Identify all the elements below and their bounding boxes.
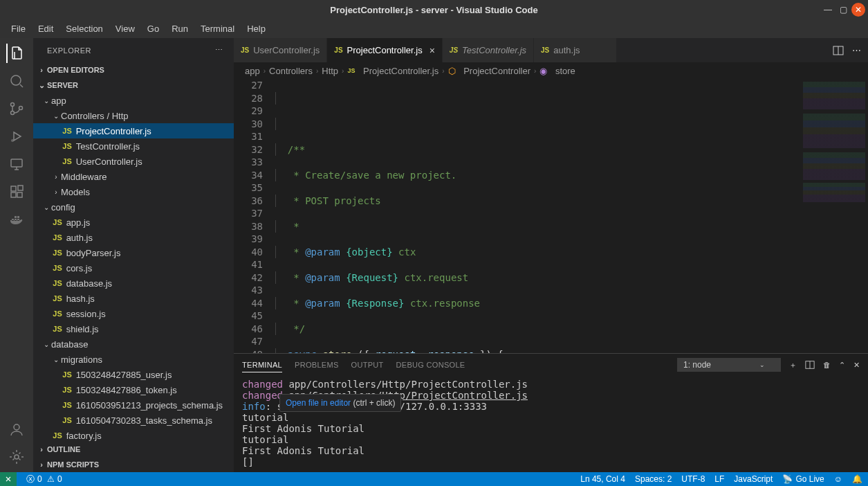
svg-rect-7	[11, 192, 16, 197]
svg-rect-8	[17, 192, 22, 197]
tab-authjs[interactable]: JSauth.js	[534, 38, 617, 62]
panel: TERMINAL PROBLEMS OUTPUT DEBUG CONSOLE 1…	[234, 353, 868, 472]
window-close-button[interactable]: ✕	[851, 3, 865, 17]
status-errors[interactable]: ⓧ 0 ⚠ 0	[26, 474, 62, 485]
file-testcontroller[interactable]: JS TestController.js	[33, 138, 234, 154]
breadcrumbs[interactable]: app› Controllers› Http› JS ProjectContro…	[234, 62, 868, 79]
sidebar-more-icon[interactable]: ⋯	[215, 46, 223, 55]
tab-close-icon[interactable]: ×	[430, 45, 435, 56]
minimap[interactable]	[799, 79, 868, 353]
close-panel-icon[interactable]: ✕	[853, 361, 860, 370]
status-feedback-icon[interactable]: ☺	[834, 474, 842, 484]
remote-explorer-icon[interactable]	[7, 154, 26, 174]
status-language[interactable]: JavaScript	[734, 474, 773, 484]
breadcrumb-controllers[interactable]: Controllers	[269, 66, 313, 76]
file-hash[interactable]: JS hash.js	[33, 291, 234, 306]
breadcrumb-method[interactable]: ◉ store	[539, 66, 575, 76]
folder-database[interactable]: ⌄database	[33, 336, 234, 352]
tab-projectcontroller[interactable]: JSProjectController.js×	[327, 38, 443, 62]
menu-selection[interactable]: Selection	[60, 21, 108, 36]
new-terminal-icon[interactable]: ＋	[789, 360, 797, 370]
breadcrumb-http[interactable]: Http	[322, 66, 338, 76]
file-mig3[interactable]: JS 1610503951213_projects_schema.js	[33, 397, 234, 413]
file-shield[interactable]: JS shield.js	[33, 321, 234, 336]
menu-terminal[interactable]: Terminal	[195, 21, 240, 36]
status-lncol[interactable]: Ln 45, Col 4	[580, 474, 625, 484]
section-outline[interactable]: ›OUTLINE	[33, 442, 234, 457]
menu-file[interactable]: File	[6, 21, 31, 36]
menu-edit[interactable]: Edit	[33, 21, 59, 36]
status-eol[interactable]: LF	[714, 474, 724, 484]
section-open-editors[interactable]: ›OPEN EDITORS	[33, 62, 234, 78]
file-factory[interactable]: JS factory.js	[33, 428, 234, 442]
file-projectcontroller[interactable]: JS ProjectController.js	[33, 123, 234, 138]
source-control-icon[interactable]	[7, 99, 26, 118]
panel-tab-problems[interactable]: PROBLEMS	[295, 358, 339, 372]
status-encoding[interactable]: UTF-8	[681, 474, 705, 484]
file-mig4[interactable]: JS 1610504730283_tasks_schema.js	[33, 413, 234, 428]
maximize-panel-icon[interactable]: ⌃	[839, 361, 845, 370]
folder-models[interactable]: ›Models	[33, 184, 234, 199]
svg-rect-6	[11, 186, 16, 191]
folder-migrations[interactable]: ⌄migrations	[33, 352, 234, 367]
file-bodyparser[interactable]: JS bodyParser.js	[33, 245, 234, 260]
debug-icon[interactable]	[7, 127, 26, 146]
settings-gear-icon[interactable]	[7, 447, 26, 467]
file-appjs[interactable]: JS app.js	[33, 215, 234, 230]
more-actions-icon[interactable]: ⋯	[852, 45, 861, 55]
file-mig1[interactable]: JS 1503248427885_user.js	[33, 367, 234, 382]
window-maximize-button[interactable]: ▢	[836, 3, 850, 17]
status-bell-icon[interactable]: 🔔	[852, 474, 862, 484]
folder-controllers-http[interactable]: ⌄Controllers / Http	[33, 108, 234, 123]
breadcrumb-app[interactable]: app	[245, 66, 260, 76]
panel-tab-terminal[interactable]: TERMINAL	[242, 358, 282, 372]
kill-terminal-icon[interactable]: 🗑	[823, 361, 831, 369]
tab-testcontroller[interactable]: JSTestController.js	[443, 38, 534, 62]
menu-help[interactable]: Help	[241, 21, 271, 36]
svg-point-4	[11, 139, 14, 142]
svg-rect-5	[11, 159, 22, 167]
menu-view[interactable]: View	[110, 21, 140, 36]
code-editor[interactable]: /** * Create/save a new project. * POST …	[275, 79, 799, 353]
tab-usercontroller[interactable]: JSUserController.js	[234, 38, 327, 62]
section-server[interactable]: ⌄SERVER	[33, 78, 234, 93]
svg-point-11	[15, 455, 19, 459]
split-terminal-icon[interactable]	[805, 360, 815, 370]
file-database[interactable]: JS database.js	[33, 276, 234, 291]
folder-app[interactable]: ⌄app	[33, 93, 234, 108]
remote-indicator[interactable]	[0, 472, 17, 486]
search-icon[interactable]	[7, 71, 26, 91]
panel-tab-debug[interactable]: DEBUG CONSOLE	[396, 358, 465, 372]
breadcrumb-class[interactable]: ⬡ ProjectController	[448, 66, 530, 76]
breadcrumb-file[interactable]: JS ProjectController.js	[347, 66, 438, 76]
file-session[interactable]: JS session.js	[33, 306, 234, 321]
accounts-icon[interactable]	[7, 420, 26, 439]
status-spaces[interactable]: Spaces: 2	[635, 474, 672, 484]
editor-tabs: JSUserController.js JSProjectController.…	[234, 38, 868, 62]
folder-config[interactable]: ⌄config	[33, 199, 234, 215]
file-cors[interactable]: JS cors.js	[33, 260, 234, 276]
titlebar: ProjectController.js - server - Visual S…	[0, 0, 868, 19]
link-tooltip: Open file in editor (ctrl + click)	[279, 394, 401, 412]
section-npm-scripts[interactable]: ›NPM SCRIPTS	[33, 457, 234, 472]
folder-middleware[interactable]: ›Middleware	[33, 169, 234, 184]
window-minimize-button[interactable]: —	[821, 3, 835, 17]
terminal-output[interactable]: Open file in editor (ctrl + click)change…	[234, 376, 868, 472]
file-authjs[interactable]: JS auth.js	[33, 230, 234, 245]
explorer-icon[interactable]	[6, 44, 26, 63]
svg-point-10	[14, 424, 19, 430]
split-editor-icon[interactable]	[833, 45, 844, 56]
status-golive[interactable]: 📡 Go Live	[782, 474, 824, 484]
menu-run[interactable]: Run	[166, 21, 194, 36]
menu-go[interactable]: Go	[142, 21, 165, 36]
panel-tab-output[interactable]: OUTPUT	[351, 358, 384, 372]
extensions-icon[interactable]	[7, 182, 26, 201]
docker-icon[interactable]	[7, 210, 26, 229]
file-tree: ⌄app ⌄Controllers / Http JS ProjectContr…	[33, 93, 234, 442]
svg-point-2	[11, 111, 15, 115]
terminal-selector[interactable]: 1: node⌄	[677, 358, 781, 372]
statusbar: ⓧ 0 ⚠ 0 Ln 45, Col 4 Spaces: 2 UTF-8 LF …	[0, 472, 868, 486]
file-mig2[interactable]: JS 1503248427886_token.js	[33, 382, 234, 397]
file-usercontroller[interactable]: JS UserController.js	[33, 154, 234, 169]
sidebar-title: EXPLORER ⋯	[33, 38, 234, 62]
